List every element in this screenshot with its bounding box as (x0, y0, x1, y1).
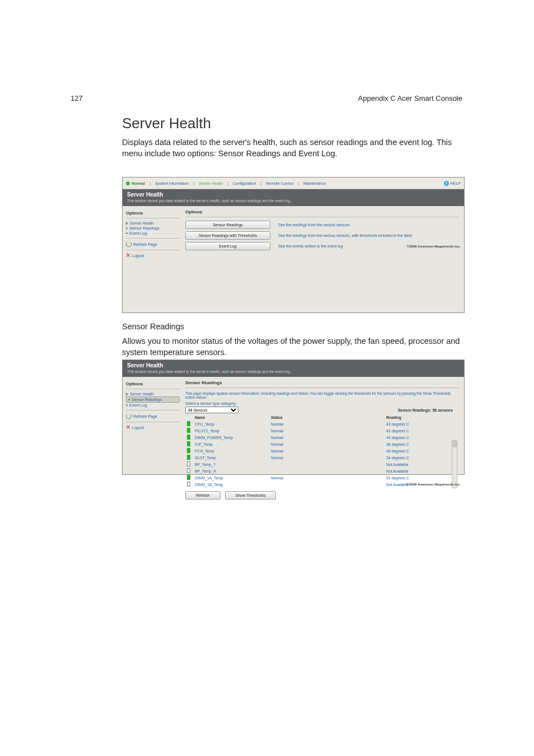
page-number: 127 (71, 94, 83, 102)
sidebar-refresh-label: Refresh Page (133, 414, 157, 418)
sensor-reading: 42 degrees C (385, 427, 458, 434)
help-icon: ? (444, 181, 449, 186)
button-row: Refresh Show Thresholds (185, 491, 458, 500)
scrollbar-thumb[interactable] (452, 441, 457, 447)
status-swatch (185, 474, 193, 481)
col-reading: Reading (385, 414, 458, 421)
banner-title: Server Health (127, 192, 460, 198)
panel-description: This page displays system sensor informa… (185, 391, 458, 399)
sensor-thresholds-button[interactable]: Sensor Readings with Thresholds (185, 231, 270, 240)
nav-item-server-health[interactable]: Server Health (199, 181, 223, 185)
sensor-status: Normal (269, 474, 385, 481)
sensor-table-wrapper: Name Status Reading CPU_TempNormal43 deg… (185, 414, 458, 488)
sidebar-group-label: Server Health (130, 221, 154, 225)
status-swatch (185, 421, 193, 427)
option-row-sensor-thresholds: Sensor Readings with Thresholds See the … (185, 231, 458, 240)
sidebar: Options Server Health Sensor Readings Ev… (123, 206, 183, 262)
divider (126, 218, 180, 218)
sensor-status: Normal (269, 447, 385, 454)
sensor-type-select[interactable]: All Sensors (185, 407, 238, 413)
sensor-status: Normal (269, 441, 385, 447)
screenshot-sensor-readings: Server Health This section shows you dat… (122, 360, 465, 475)
divider (126, 422, 180, 422)
table-row[interactable]: SLOT_TempNormal34 degrees C (185, 454, 458, 461)
body-row: Options Server Health Sensor Readings Ev… (123, 206, 464, 262)
event-log-button[interactable]: Event Log (185, 242, 270, 250)
status-swatch (185, 461, 193, 468)
sidebar: Options Server Health Sensor Readings Ev… (123, 377, 183, 503)
copyright-note: ©2008 American Megatrends Inc. (406, 244, 461, 248)
status-swatch (185, 427, 193, 434)
help-button[interactable]: ? HELP (444, 181, 461, 186)
sensor-reading: Not Available (385, 468, 458, 474)
sensor-reading: 43 degrees C (385, 421, 458, 427)
sensor-status: Normal (269, 454, 385, 461)
table-row[interactable]: BP_Temp_TNot Available (185, 461, 458, 468)
banner-desc: This section shows you data related to t… (127, 370, 460, 374)
banner-desc: This section shows you data related to t… (127, 199, 460, 203)
sidebar-logout-label: Logout (132, 426, 144, 430)
sensor-name: SLOT_Temp (193, 454, 269, 461)
status-swatch (185, 454, 193, 461)
table-row[interactable]: DIMM_POWER_TempNormal44 degrees C (185, 434, 458, 441)
divider (126, 389, 180, 389)
sensor-status (269, 461, 385, 468)
show-thresholds-button[interactable]: Show Thresholds (225, 491, 277, 500)
sidebar-group-label: Server Health (130, 392, 154, 396)
refresh-button[interactable]: Refresh (185, 491, 221, 500)
sidebar-item-sensor-readings[interactable]: Sensor Readings (126, 226, 180, 231)
table-row[interactable]: BP_Temp_RNot Available (185, 468, 458, 474)
sensor-status (269, 468, 385, 474)
sensor-reading: Not Available (385, 461, 458, 468)
nav-item-system-information[interactable]: System Information (155, 181, 189, 185)
sidebar-item-event-log[interactable]: Event Log (126, 403, 180, 408)
col-name: Name (193, 414, 269, 421)
nav-item-maintenance[interactable]: Maintenance (303, 181, 326, 185)
sidebar-logout[interactable]: Logout (126, 253, 180, 258)
sidebar-item-server-health[interactable]: Server Health (126, 391, 180, 396)
copyright-note: ©2008 American Megatrends Inc. (406, 482, 461, 486)
table-row[interactable]: IOP_TempNormal38 degrees C (185, 441, 458, 447)
body-row: Options Server Health Sensor Readings Ev… (123, 377, 464, 503)
sensor-name: DIMM_POWER_Temp (193, 434, 269, 441)
sidebar-title: Options (126, 381, 180, 386)
refresh-icon (126, 413, 132, 419)
divider (126, 410, 180, 410)
option-description: See the readings from the various sensor… (278, 234, 412, 237)
col-status: Status (269, 414, 385, 421)
page-banner: Server Health This section shows you dat… (123, 189, 464, 206)
table-row[interactable]: PILOT2_TempNormal42 degrees C (185, 427, 458, 434)
table-row[interactable]: PCH_TempNormal48 degrees C (185, 447, 458, 454)
option-row-sensor-readings: Sensor Readings See the readings from th… (185, 221, 458, 229)
sidebar-item-sensor-readings[interactable]: Sensor Readings (126, 396, 180, 403)
table-header-row: Name Status Reading (185, 414, 458, 421)
section-heading: Server Health (122, 115, 465, 132)
sensor-name: BP_Temp_R (193, 468, 269, 474)
sidebar-refresh[interactable]: Refresh Page (126, 413, 180, 419)
screenshot-server-health-options: Normal | System Information | Server Hea… (122, 177, 465, 313)
sidebar-logout[interactable]: Logout (126, 424, 180, 430)
sensor-name: BP_Temp_T (193, 461, 269, 468)
table-body: CPU_TempNormal43 degrees CPILOT2_TempNor… (185, 421, 458, 488)
sensor-name: DIMM_1B_Temp (193, 481, 269, 488)
scrollbar[interactable] (452, 440, 457, 488)
table-row[interactable]: CPU_TempNormal43 degrees C (185, 421, 458, 427)
sidebar-item-server-health[interactable]: Server Health (126, 221, 180, 226)
divider (185, 388, 458, 388)
sidebar-item-event-log[interactable]: Event Log (126, 231, 180, 236)
sidebar-item-label: Event Log (129, 231, 147, 235)
sensor-readings-button[interactable]: Sensor Readings (185, 221, 270, 229)
nav-sep: | (227, 181, 228, 185)
sidebar-refresh[interactable]: Refresh Page (126, 241, 180, 248)
logout-icon (126, 425, 130, 430)
status-indicator: Normal (126, 181, 145, 185)
sensor-status (269, 481, 385, 488)
nav-item-configuration[interactable]: Configuration (233, 181, 256, 185)
status-swatch (185, 468, 193, 474)
table-row[interactable]: DIMM_1A_TempNormal31 degrees C (185, 474, 458, 481)
nav-item-remote-control[interactable]: Remote Control (266, 181, 293, 185)
sensor-status: Normal (269, 421, 385, 427)
status-swatch (185, 481, 193, 488)
sensor-reading: 31 degrees C (385, 474, 458, 481)
status-dot-icon (126, 181, 130, 185)
